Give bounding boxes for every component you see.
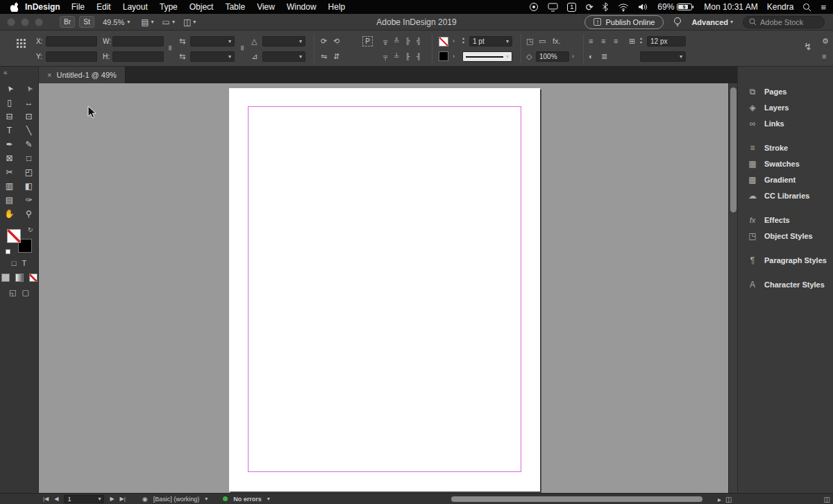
page-number-dropdown[interactable]: 1 ▾ xyxy=(64,495,104,503)
pen-tool[interactable]: ✒ xyxy=(0,137,19,151)
scale-x-field[interactable]: ▾ xyxy=(190,36,235,47)
last-page-button[interactable]: ▶| xyxy=(120,496,126,502)
width-field[interactable] xyxy=(112,36,164,47)
preflight-icon[interactable]: ◉ xyxy=(142,496,148,503)
time-machine-icon[interactable]: ⟳ xyxy=(585,3,593,12)
content-collector-tool[interactable]: ⊟ xyxy=(0,110,19,124)
opacity-field[interactable]: 100% xyxy=(536,51,569,62)
gradient-swatch-tool[interactable]: ▥ xyxy=(0,179,19,193)
stroke-color-menu-icon[interactable]: › xyxy=(453,36,455,47)
wifi-icon[interactable] xyxy=(618,3,629,12)
panel-button-stroke[interactable]: ≡ Stroke xyxy=(738,140,833,156)
previous-page-button[interactable]: ◀ xyxy=(54,496,58,502)
next-page-button[interactable]: ▶ xyxy=(110,496,114,502)
rotate-cw-icon[interactable]: ⟳ xyxy=(321,36,327,47)
split-layout-icon[interactable]: ◫ xyxy=(725,496,732,503)
apply-color-button[interactable] xyxy=(1,274,10,282)
align-bottom-icon[interactable]: ╩ xyxy=(394,36,398,47)
horizontal-scrollbar-thumb[interactable] xyxy=(451,496,702,502)
panel-button-character-styles[interactable]: A Character Styles xyxy=(738,276,833,292)
apply-gradient-button[interactable] xyxy=(15,274,24,282)
scissors-tool[interactable]: ✂ xyxy=(0,165,19,179)
lightbulb-icon[interactable] xyxy=(673,17,682,28)
x-position-field[interactable] xyxy=(46,36,97,47)
quick-apply-icon[interactable]: ↯ xyxy=(804,42,812,52)
bluetooth-icon[interactable] xyxy=(602,2,609,12)
view-options-dropdown[interactable]: ▤ ▾ xyxy=(141,17,153,27)
formatting-affects-container-button[interactable]: □ xyxy=(12,259,17,267)
rotate-ccw-icon[interactable]: ⟲ xyxy=(333,36,339,47)
distribute-left-icon[interactable]: ╟ xyxy=(405,51,410,62)
reference-point-proxy[interactable] xyxy=(17,39,26,48)
rectangle-frame-tool[interactable]: ⊠ xyxy=(0,151,19,165)
default-fill-stroke-icon[interactable] xyxy=(6,249,10,254)
publish-online-button[interactable]: ↑ Publish Online xyxy=(584,15,664,29)
adobe-stock-button[interactable]: St xyxy=(79,16,94,28)
corner-options-icon[interactable]: ◳ xyxy=(526,36,533,47)
panel-button-layers[interactable]: ◈ Layers xyxy=(738,99,833,115)
panel-button-paragraph-styles[interactable]: ¶ Paragraph Styles xyxy=(738,252,833,268)
align-text-right-icon[interactable]: ≡ xyxy=(614,36,618,47)
align-left-icon[interactable]: ╠ xyxy=(405,36,410,47)
corner-shape-icon[interactable]: ▭ xyxy=(539,36,546,47)
pasteboard[interactable] xyxy=(39,83,728,493)
shear-angle-field[interactable]: ▾ xyxy=(262,51,305,62)
height-field[interactable] xyxy=(112,51,164,62)
zoom-level-dropdown[interactable]: 49.5% ▾ xyxy=(99,18,134,26)
line-tool[interactable]: ╲ xyxy=(19,124,39,137)
volume-icon[interactable] xyxy=(638,3,648,11)
hand-tool[interactable]: ✋ xyxy=(0,207,19,221)
constrain-scale-icon[interactable]: ∞ xyxy=(237,46,248,51)
error-status[interactable]: No errors xyxy=(233,496,262,503)
leading-field[interactable]: 12 px xyxy=(647,36,686,47)
scale-y-field[interactable]: ▾ xyxy=(190,51,235,62)
zoom-tool[interactable]: ⚲ xyxy=(19,207,39,221)
panel-button-swatches[interactable]: ▦ Swatches xyxy=(738,156,833,171)
bridge-button[interactable]: Br xyxy=(60,16,75,28)
vertical-scrollbar[interactable] xyxy=(728,83,737,493)
menu-window[interactable]: Window xyxy=(287,2,317,12)
screen-mode-button[interactable]: ▢ xyxy=(22,288,29,297)
rotation-angle-field[interactable]: ▾ xyxy=(262,36,305,47)
screen-record-icon[interactable] xyxy=(529,2,539,12)
panel-button-cc-libraries[interactable]: ☁ CC Libraries xyxy=(738,187,833,203)
stroke-color-swatch[interactable] xyxy=(439,37,448,47)
stroke-weight-dropdown[interactable]: 1 pt ▾ xyxy=(469,36,512,47)
free-transform-tool[interactable]: ◰ xyxy=(19,165,39,179)
swap-fill-stroke-icon[interactable]: ↻ xyxy=(28,226,33,233)
text-wrap-icon[interactable]: ◐ xyxy=(589,51,594,62)
opacity-menu-icon[interactable]: › xyxy=(572,51,574,62)
panel-menu-icon[interactable]: ≡ xyxy=(822,51,826,62)
flip-vertical-icon[interactable]: ⇵ xyxy=(333,51,339,62)
apply-none-button[interactable] xyxy=(29,274,37,282)
distribute-right-icon[interactable]: ╢ xyxy=(416,51,421,62)
screen-mode-dropdown[interactable]: ▭ ▾ xyxy=(162,17,175,27)
stroke-weight-stepper[interactable]: ▴ ▾ xyxy=(462,36,464,44)
arrange-documents-dropdown[interactable]: ◫ ▾ xyxy=(183,17,196,27)
zoom-window-button[interactable] xyxy=(35,18,43,26)
pencil-tool[interactable]: ✎ xyxy=(19,137,39,151)
menubar-clock[interactable]: Mon 10:31 AM xyxy=(704,2,757,12)
gear-icon[interactable]: ⚙ xyxy=(822,36,829,47)
rectangle-tool[interactable]: □ xyxy=(19,151,39,165)
baseline-grid-icon[interactable]: ≣ xyxy=(601,51,607,62)
flip-horizontal-icon[interactable]: ⇋ xyxy=(321,51,327,62)
distribute-top-icon[interactable]: ╤ xyxy=(383,51,387,62)
minimize-window-button[interactable] xyxy=(21,18,29,26)
gradient-feather-tool[interactable]: ◧ xyxy=(19,179,39,193)
normal-view-button[interactable]: ◱ xyxy=(9,288,16,297)
constrain-dimensions-icon[interactable]: ∞ xyxy=(165,46,176,51)
stroke-style-dropdown[interactable]: ▾ xyxy=(462,51,512,62)
preflight-profile[interactable]: [Basic] (working) xyxy=(153,496,200,503)
menu-edit[interactable]: Edit xyxy=(96,2,111,12)
fill-color-swatch[interactable] xyxy=(439,51,448,61)
object-style-dropdown[interactable]: ▾ xyxy=(640,51,686,62)
notification-center-icon[interactable]: ≡ xyxy=(821,3,826,12)
fill-color-menu-icon[interactable]: › xyxy=(453,51,455,62)
panel-button-links[interactable]: ∞ Links xyxy=(738,115,833,131)
first-page-button[interactable]: |◀ xyxy=(43,496,49,502)
menu-object[interactable]: Object xyxy=(190,2,214,12)
document-tab[interactable]: × Untitled-1 @ 49% xyxy=(39,67,126,83)
apple-menu[interactable] xyxy=(10,2,18,12)
note-tool[interactable]: ▤ xyxy=(0,193,19,207)
